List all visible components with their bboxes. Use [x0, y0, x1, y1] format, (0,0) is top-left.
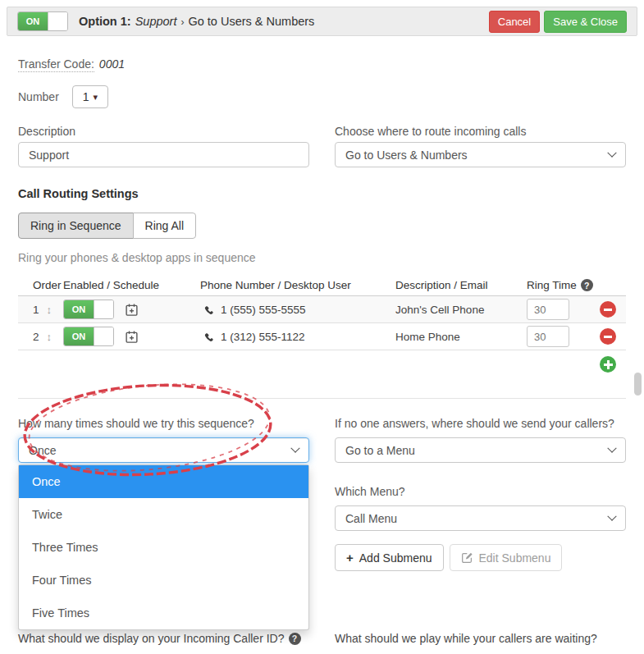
help-icon[interactable]: ? [581, 279, 593, 291]
after-sequence-section: How many times should we try this sequen… [18, 399, 626, 620]
retry-select-wrap: Once Once Twice Three Times Four Times [18, 437, 309, 463]
which-menu-label: Which Menu? [335, 485, 626, 498]
route-field-group: Choose where to route incoming calls Go … [335, 125, 626, 167]
reorder-handle-icon[interactable]: ↕ [47, 304, 53, 316]
ring-time-input[interactable] [527, 299, 569, 320]
waiting-music-question: What should we play while your callers a… [335, 632, 626, 645]
edit-submenu-button[interactable]: Edit Submenu [450, 544, 563, 571]
option-editor-page: ON Option 1: Support › Go to Users & Num… [0, 7, 644, 654]
no-answer-select[interactable]: Go to a Menu [335, 437, 626, 463]
transfer-code-label: Transfer Code: [18, 57, 94, 72]
chevron-down-icon [290, 443, 299, 452]
transfer-code-row: Transfer Code: 0001 [18, 57, 626, 72]
dropdown-option[interactable]: Four Times [19, 564, 308, 597]
routing-subtitle: Ring your phones & desktop apps in seque… [18, 251, 626, 264]
save-close-button[interactable]: Save & Close [544, 11, 627, 33]
dropdown-option[interactable]: Twice [19, 498, 308, 531]
header-phone-number: Phone Number / Desktop User [200, 279, 395, 291]
number-label: Number [18, 90, 59, 103]
remove-row-button[interactable] [600, 328, 616, 345]
row-order-number: 2 [33, 331, 39, 343]
number-dropdown-button[interactable]: 1 ▾ [72, 85, 108, 108]
tab-ring-all[interactable]: Ring All [133, 213, 196, 239]
sequence-add-row [18, 350, 626, 378]
remove-row-button[interactable] [600, 301, 616, 318]
phone-icon [203, 332, 214, 342]
ring-time-input[interactable] [527, 326, 569, 347]
row-enabled-toggle[interactable]: ON [63, 327, 114, 346]
header-description-email: Description / Email [395, 279, 527, 291]
dropdown-option[interactable]: Once [19, 465, 308, 498]
row-phone-number: 1 (555) 555-5555 [221, 304, 306, 316]
option-editor-content: Transfer Code: 0001 Number 1 ▾ Descripti… [0, 43, 644, 645]
option-number-label: Option 1: [79, 15, 131, 28]
header-ring-time: Ring Time ? [527, 279, 599, 291]
sequence-row: 2 ↕ ON [18, 323, 626, 350]
sequence-table-body: 1 ↕ ON [18, 296, 626, 350]
dropdown-option[interactable]: Five Times [19, 597, 308, 629]
description-route-row: Description Choose where to route incomi… [18, 125, 626, 167]
add-submenu-button[interactable]: + Add Submenu [335, 544, 444, 571]
option-on-toggle[interactable]: ON [17, 11, 68, 31]
dropdown-option[interactable]: Three Times [19, 531, 308, 564]
page-title: Option 1: Support › Go to Users & Number… [79, 15, 314, 28]
which-menu-selected-value: Call Menu [345, 512, 609, 525]
calendar-schedule-icon[interactable] [125, 330, 139, 344]
retry-question-group: How many times should we try this sequen… [18, 417, 309, 620]
breadcrumb-separator: › [180, 16, 184, 28]
reorder-handle-icon[interactable]: ↕ [47, 331, 53, 343]
chevron-down-icon [607, 148, 616, 157]
no-answer-label: If no one answers, where should we send … [335, 417, 626, 430]
row-description: John's Cell Phone [395, 304, 527, 316]
routing-mode-tabs: Ring in Sequence Ring All [18, 213, 196, 239]
row-phone-number: 1 (312) 555-1122 [221, 331, 305, 343]
retry-select[interactable]: Once [18, 437, 309, 463]
header-actions: Cancel Save & Close [489, 11, 627, 33]
sequence-row: 1 ↕ ON [18, 296, 626, 323]
cancel-button[interactable]: Cancel [489, 11, 540, 33]
ring-sequence-table: Order Enabled / Schedule Phone Number / … [18, 275, 626, 378]
row-description: Home Phone [395, 331, 527, 343]
route-label: Choose where to route incoming calls [335, 125, 626, 138]
toggle-on-label: ON [18, 12, 48, 30]
phone-icon [203, 304, 214, 315]
scrollbar[interactable] [634, 373, 642, 396]
no-answer-selected-value: Go to a Menu [345, 444, 609, 457]
row-order-number: 1 [33, 304, 39, 316]
which-menu-select[interactable]: Call Menu [335, 505, 626, 531]
add-row-button[interactable] [600, 356, 616, 373]
header-enabled-schedule: Enabled / Schedule [63, 279, 200, 291]
description-label: Description [18, 125, 309, 138]
calendar-schedule-icon[interactable] [125, 303, 139, 317]
caller-id-question: What should we display on your Incoming … [18, 632, 309, 645]
chevron-down-icon [607, 443, 616, 452]
toggle-knob [48, 12, 67, 30]
row-enabled-toggle[interactable]: ON [63, 300, 114, 319]
no-answer-group: If no one answers, where should we send … [335, 417, 626, 620]
route-select[interactable]: Go to Users & Numbers [335, 142, 626, 167]
toggle-on-label: ON [64, 327, 94, 345]
submenu-buttons-row: + Add Submenu Edit Submenu [335, 544, 626, 571]
option-header-bar: ON Option 1: Support › Go to Users & Num… [7, 7, 637, 36]
description-field-group: Description [18, 125, 309, 167]
toggle-on-label: ON [64, 300, 94, 318]
description-input[interactable] [18, 142, 309, 167]
caret-down-icon: ▾ [94, 93, 98, 102]
retry-dropdown-panel: Once Twice Three Times Four Times Five T… [18, 464, 309, 630]
retry-selected-value: Once [29, 444, 292, 457]
chevron-down-icon [607, 511, 616, 520]
edit-pencil-icon [461, 551, 473, 564]
header-order: Order [33, 279, 63, 291]
sequence-table-header: Order Enabled / Schedule Phone Number / … [18, 275, 626, 296]
option-name-label: Support [135, 15, 177, 28]
number-value: 1 [83, 90, 89, 103]
tab-ring-in-sequence[interactable]: Ring in Sequence [18, 213, 134, 239]
help-icon[interactable]: ? [289, 633, 301, 645]
toggle-knob [94, 327, 113, 345]
transfer-code-value: 0001 [99, 57, 125, 71]
number-row: Number 1 ▾ [18, 85, 626, 108]
plus-icon: + [346, 551, 354, 565]
option-route-label: Go to Users & Numbers [188, 15, 314, 28]
toggle-knob [94, 300, 113, 318]
retry-question-label: How many times should we try this sequen… [18, 417, 309, 430]
